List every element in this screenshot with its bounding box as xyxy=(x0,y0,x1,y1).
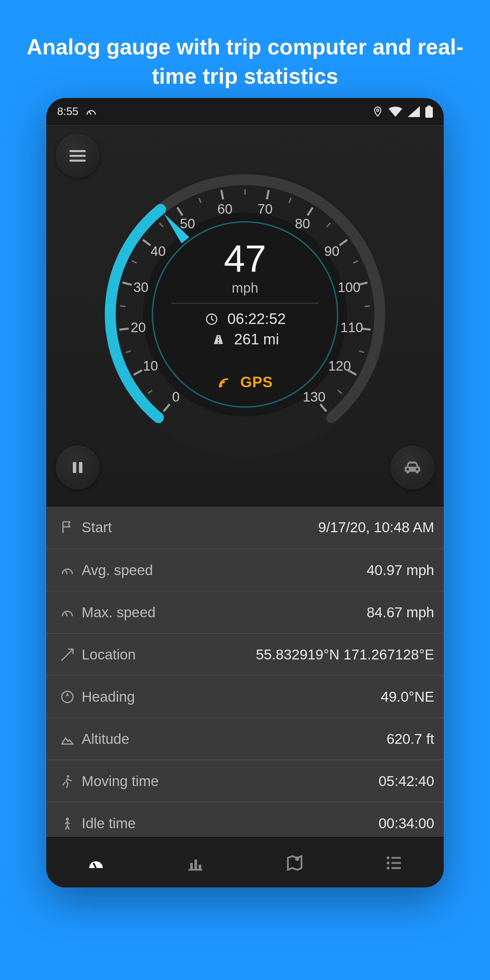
trip-stats-list[interactable]: Start9/17/20, 10:48 AMAvg. speed40.97 mp… xyxy=(46,506,444,844)
svg-rect-53 xyxy=(218,339,219,340)
elapsed-time: 06:22:52 xyxy=(227,310,285,328)
svg-rect-70 xyxy=(392,862,401,864)
gauge-small-icon xyxy=(85,105,97,118)
svg-text:70: 70 xyxy=(258,202,273,216)
svg-rect-52 xyxy=(218,336,219,338)
wifi-icon xyxy=(388,106,402,117)
svg-text:50: 50 xyxy=(180,216,195,231)
svg-rect-62 xyxy=(190,862,193,869)
svg-rect-64 xyxy=(199,864,202,869)
svg-rect-2 xyxy=(425,107,433,118)
nav-chart[interactable] xyxy=(146,838,245,888)
hamburger-icon xyxy=(68,146,87,165)
road-icon xyxy=(211,333,226,347)
arrow-icon xyxy=(56,647,79,662)
stat-value: 40.97 mph xyxy=(367,562,434,578)
stat-value: 00:34:00 xyxy=(379,815,434,831)
stat-row[interactable]: Start9/17/20, 10:48 AM xyxy=(46,506,444,549)
stat-row[interactable]: Avg. speed40.97 mph xyxy=(46,549,444,591)
car-icon xyxy=(402,457,423,478)
svg-line-16 xyxy=(120,306,126,306)
svg-line-15 xyxy=(119,328,129,329)
svg-line-40 xyxy=(364,306,370,306)
stat-row[interactable]: Moving time05:42:40 xyxy=(46,759,444,802)
status-bar: 8:55 xyxy=(46,98,444,125)
compass-icon xyxy=(56,689,79,704)
svg-rect-4 xyxy=(73,462,76,473)
chart-icon xyxy=(185,853,205,873)
trip-distance: 261 mi xyxy=(234,331,279,348)
battery-icon xyxy=(425,105,433,118)
gps-label: GPS xyxy=(240,374,273,391)
gauge-panel: 0102030405060708090100110120130 47 mph 0… xyxy=(46,125,444,506)
svg-point-68 xyxy=(387,866,390,869)
menu-button[interactable] xyxy=(56,134,99,178)
svg-line-57 xyxy=(66,612,68,616)
nav-dashboard[interactable] xyxy=(46,838,146,888)
svg-text:30: 30 xyxy=(134,280,149,295)
stat-row[interactable]: Altitude620.7 ft xyxy=(46,717,444,759)
promo-title: Analog gauge with trip computer and real… xyxy=(0,0,490,92)
person-icon xyxy=(56,816,79,830)
walk-icon xyxy=(56,773,79,788)
pause-icon xyxy=(69,460,86,476)
stat-label: Start xyxy=(82,519,112,536)
speed-value: 47 xyxy=(156,240,334,278)
svg-rect-69 xyxy=(392,857,401,859)
svg-point-59 xyxy=(67,775,69,777)
svg-rect-54 xyxy=(218,342,219,344)
nav-map[interactable] xyxy=(245,838,344,888)
svg-text:100: 100 xyxy=(337,280,360,295)
svg-text:10: 10 xyxy=(143,358,158,373)
stat-value: 9/17/20, 10:48 AM xyxy=(318,519,434,536)
svg-text:60: 60 xyxy=(218,202,233,216)
svg-line-56 xyxy=(66,570,68,574)
location-icon xyxy=(372,106,383,117)
svg-text:110: 110 xyxy=(340,320,363,335)
svg-point-67 xyxy=(387,861,390,864)
speed-unit: mph xyxy=(156,280,334,296)
bottom-nav xyxy=(46,837,444,888)
stat-label: Heading xyxy=(82,688,135,705)
satellite-icon xyxy=(217,373,234,392)
stat-value: 49.0°NE xyxy=(381,688,434,705)
stat-value: 620.7 ft xyxy=(387,730,434,747)
stat-row[interactable]: Heading49.0°NE xyxy=(46,675,444,717)
svg-point-65 xyxy=(295,856,299,861)
svg-rect-63 xyxy=(195,859,197,869)
clock-icon xyxy=(204,312,219,326)
stat-row[interactable]: Max. speed84.67 mph xyxy=(46,591,444,633)
stat-value: 84.67 mph xyxy=(367,604,434,620)
stat-label: Location xyxy=(82,646,136,662)
vehicle-button[interactable] xyxy=(391,446,434,489)
stat-label: Altitude xyxy=(82,730,129,747)
cell-icon xyxy=(408,106,420,117)
nav-list[interactable] xyxy=(344,838,444,888)
gauge-readout: 47 mph 06:22:52 261 mi xyxy=(156,240,334,392)
stat-value: 05:42:40 xyxy=(379,773,434,789)
svg-text:80: 80 xyxy=(295,216,310,231)
svg-rect-5 xyxy=(79,462,82,473)
stat-value: 55.832919°N 171.267128°E xyxy=(256,646,434,662)
pause-button[interactable] xyxy=(56,446,99,489)
flag-icon xyxy=(56,520,79,535)
mountain-icon xyxy=(56,731,79,746)
svg-point-60 xyxy=(66,817,69,821)
gauge-icon xyxy=(56,605,79,620)
status-time: 8:55 xyxy=(57,105,78,118)
stat-label: Idle time xyxy=(82,815,136,831)
svg-rect-3 xyxy=(427,105,431,108)
dashboard-icon xyxy=(86,853,106,873)
svg-rect-71 xyxy=(392,867,401,869)
gauge-icon xyxy=(56,563,79,578)
stat-row[interactable]: Location55.832919°N 171.267128°E xyxy=(46,633,444,675)
svg-text:20: 20 xyxy=(130,320,146,335)
phone-frame: 8:55 010203040506070809010 xyxy=(46,98,444,888)
list-icon xyxy=(384,853,404,873)
stat-label: Moving time xyxy=(82,773,159,789)
stat-label: Max. speed xyxy=(82,604,156,620)
svg-point-55 xyxy=(220,384,223,387)
svg-point-1 xyxy=(377,109,379,111)
svg-line-0 xyxy=(89,111,91,115)
readout-divider xyxy=(172,303,318,304)
